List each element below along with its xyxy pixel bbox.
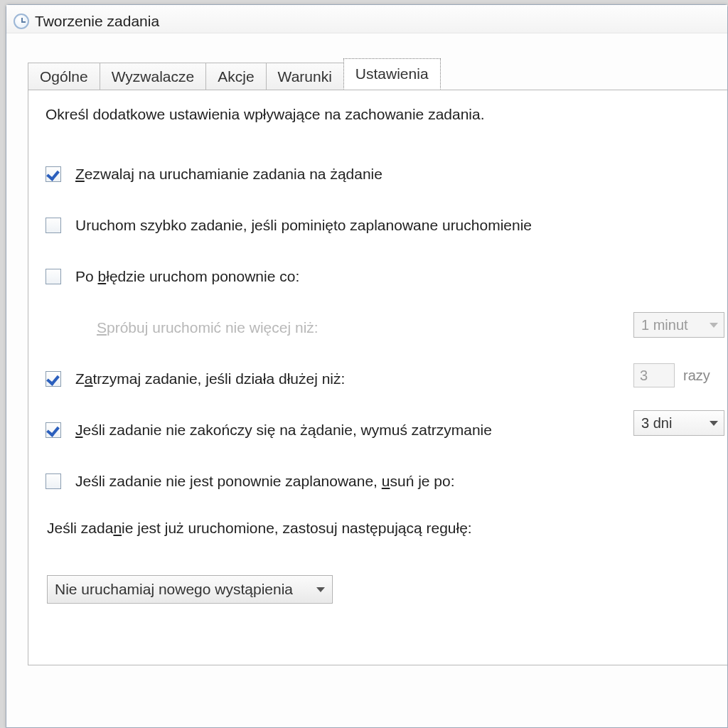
tab-settings[interactable]: Ustawienia	[343, 58, 441, 90]
checkbox-allow-on-demand[interactable]	[46, 166, 61, 182]
chevron-down-icon	[710, 323, 718, 328]
row-allow-on-demand: Zezwalaj na uruchamianie zadania na żąda…	[46, 163, 727, 186]
checkbox-run-if-missed[interactable]	[46, 218, 61, 233]
tab-general[interactable]: Ogólne	[28, 63, 100, 90]
restart-interval-combo[interactable]: 1 minut	[633, 312, 724, 338]
tab-body: Określ dodatkowe ustawienia wpływające n…	[28, 90, 727, 665]
restart-attempts-unit: razy	[683, 368, 710, 384]
checkbox-force-stop[interactable]	[46, 422, 61, 438]
restart-interval-value: 1 minut	[641, 317, 688, 333]
window-title: Tworzenie zadania	[35, 13, 159, 30]
restart-interval-control: 1 minut	[633, 312, 727, 338]
checkbox-delete-if-not-resched[interactable]	[46, 473, 61, 489]
row-delete-if-not-resched: Jeśli zadanie nie jest ponownie zaplanow…	[46, 470, 727, 493]
label-run-if-missed: Uruchom szybko zadanie, jeśli pominięto …	[75, 217, 532, 234]
stop-duration-value: 3 dni	[641, 415, 672, 432]
label-stop-if-longer: Zatrzymaj zadanie, jeśli działa dłużej n…	[75, 370, 345, 387]
rule-label: Jeśli zadanie jest już uruchomione, zast…	[46, 520, 727, 537]
clock-icon	[14, 14, 29, 29]
tab-strip: Ogólne Wyzwalacze Akcje Warunki Ustawien…	[28, 58, 727, 90]
footer: O	[28, 719, 727, 728]
row-restart-on-fail: Po błędzie uruchom ponownie co:	[46, 265, 727, 288]
label-force-stop: Jeśli zadanie nie zakończy się na żądani…	[75, 422, 492, 439]
label-delete-if-not-resched: Jeśli zadanie nie jest ponownie zaplanow…	[75, 473, 455, 490]
checkbox-restart-on-fail[interactable]	[46, 269, 61, 284]
rule-combo-value: Nie uruchamiaj nowego wystąpienia	[55, 581, 293, 598]
stop-duration-control: 3 dni	[633, 410, 727, 436]
row-restart-attempts: Spróbuj uruchomić nie więcej niż:	[46, 316, 727, 339]
dialog-window: Tworzenie zadania Ogólne Wyzwalacze Akcj…	[6, 4, 728, 728]
label-restart-attempts: Spróbuj uruchomić nie więcej niż:	[97, 319, 318, 336]
row-force-stop: Jeśli zadanie nie zakończy się na żądani…	[46, 419, 727, 441]
label-allow-on-demand: Zezwalaj na uruchamianie zadania na żąda…	[75, 166, 382, 183]
tab-actions[interactable]: Akcje	[205, 63, 266, 90]
label-restart-on-fail: Po błędzie uruchom ponownie co:	[75, 268, 299, 285]
stop-duration-combo[interactable]: 3 dni	[633, 410, 724, 436]
titlebar: Tworzenie zadania	[6, 5, 727, 33]
checkbox-stop-if-longer[interactable]	[46, 371, 61, 387]
row-run-if-missed: Uruchom szybko zadanie, jeśli pominięto …	[46, 214, 727, 237]
panel-area: Ogólne Wyzwalacze Akcje Warunki Ustawien…	[28, 58, 727, 727]
intro-text: Określ dodatkowe ustawienia wpływające n…	[46, 106, 727, 123]
rule-combo[interactable]: Nie uruchamiaj nowego wystąpienia	[47, 575, 333, 604]
restart-attempts-spin[interactable]: 3	[633, 363, 675, 387]
chevron-down-icon	[316, 587, 325, 592]
restart-attempts-control: 3 razy	[633, 363, 727, 387]
row-stop-if-longer: Zatrzymaj zadanie, jeśli działa dłużej n…	[46, 368, 727, 390]
tab-conditions[interactable]: Warunki	[266, 63, 344, 90]
chevron-down-icon	[710, 421, 718, 426]
tab-triggers[interactable]: Wyzwalacze	[100, 63, 207, 90]
